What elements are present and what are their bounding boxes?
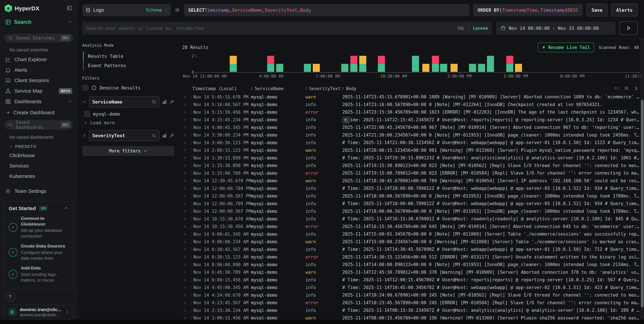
expand-row-icon[interactable] xyxy=(182,148,190,152)
log-row[interactable]: Nov 14 4:23:45.567 AMmysql-demoerror2025… xyxy=(182,299,640,307)
help-button[interactable]: ? xyxy=(4,292,16,302)
log-row[interactable]: Nov 14 3:30:00.234 PMmysql-demoinfo2025-… xyxy=(182,131,640,139)
search-icon[interactable] xyxy=(152,133,156,138)
log-row[interactable]: Nov 14 4:45:00.345 AMmysql-demoinfo# Tim… xyxy=(182,284,640,292)
log-row[interactable]: Nov 14 9:00:00.234 AMmysql-demowarn2025-… xyxy=(182,238,640,246)
order-by-input[interactable]: ORDER BY (TimestampTime, Timestamp) DESC xyxy=(473,4,583,16)
expand-row-icon[interactable] xyxy=(182,255,190,259)
language-toggle[interactable]: SQL | Lucene xyxy=(457,26,488,31)
user-menu[interactable]: D dominic.tran@clic... dominic.tran@clic… xyxy=(4,305,73,320)
filter-group-servicename[interactable]: ServiceName xyxy=(89,96,160,107)
preset-services[interactable]: Services xyxy=(0,161,77,171)
log-row[interactable]: Nov 14 2:15:30.234 AMmysql-demoinfo# Tim… xyxy=(182,307,640,314)
log-row[interactable]: Nov 14 5:45:15.678 PMmysql-demowarn2025-… xyxy=(182,93,640,101)
tab-event-patterns[interactable]: Event Patterns xyxy=(83,61,174,70)
get-started-step[interactable]: ✓ Connect to ClickHouse Set up your data… xyxy=(9,216,69,239)
expand-row-icon[interactable] xyxy=(182,286,190,290)
log-row[interactable]: Nov 14 8:30:15.123 AMmysql-demoerror2025… xyxy=(182,253,640,261)
column-header-severitytext[interactable]: ⠿ SeverityText xyxy=(305,86,342,91)
expand-row-icon[interactable] xyxy=(182,186,190,190)
chevron-right-icon[interactable] xyxy=(82,133,86,138)
row-settings-icon[interactable] xyxy=(624,86,629,92)
copy-icon[interactable] xyxy=(342,117,350,124)
expand-row-icon[interactable] xyxy=(182,309,190,313)
expand-row-icon[interactable] xyxy=(182,209,190,213)
alerts-button[interactable]: Alerts xyxy=(611,4,638,16)
expand-row-icon[interactable] xyxy=(182,156,190,160)
resume-live-tail-button[interactable]: Resume Live Tail xyxy=(538,42,594,52)
log-row[interactable]: Nov 14 2:00:15.456 AMmysql-demowarn2025-… xyxy=(182,314,640,320)
log-row[interactable]: Nov 14 12:00:00.789 PMmysql-demoinfo# Ti… xyxy=(182,185,640,192)
sidebar-item-alerts[interactable]: Alerts xyxy=(0,65,77,75)
chevron-up-icon[interactable] xyxy=(64,206,69,211)
filter-group-severitytext[interactable]: SeverityText xyxy=(89,130,160,141)
expand-row-icon[interactable] xyxy=(182,126,190,130)
log-row[interactable]: Nov 14 10:15:30.678 AMmysql-demoinfo# Ti… xyxy=(182,215,640,223)
log-row[interactable]: Nov 14 12:00:00.567 PMmysql-demoinfo2025… xyxy=(182,192,640,200)
log-row[interactable]: Nov 14 8:00:00.890 AMmysql-demoinfo2025-… xyxy=(182,261,640,269)
column-header-servicename[interactable]: ⠿ ServiceName xyxy=(250,86,305,91)
sidebar-item-client-sessions[interactable]: Client Sessions xyxy=(0,75,77,86)
expand-row-icon[interactable] xyxy=(182,217,190,221)
chevron-up-icon[interactable] xyxy=(68,20,72,24)
filter-value-checkbox[interactable] xyxy=(84,111,90,117)
pin-icon[interactable] xyxy=(169,133,174,138)
expand-row-icon[interactable] xyxy=(182,103,190,107)
source-select[interactable]: Logs Schema xyxy=(82,4,171,16)
sidebar-item-team-settings[interactable]: Team Settings xyxy=(0,186,77,196)
presets-toggle[interactable]: PRESETS xyxy=(0,142,77,150)
sidebar-item-dashboards[interactable]: Dashboards xyxy=(0,96,77,107)
expand-row-icon[interactable] xyxy=(182,316,190,320)
log-row[interactable]: Nov 14 5:16:00.567 PMmysql-demoinfo2025-… xyxy=(182,101,640,109)
log-row[interactable]: Nov 14 12:30:45.678 PMmysql-demowarn2025… xyxy=(182,177,640,185)
expand-row-icon[interactable] xyxy=(182,171,190,175)
column-header-timestamp[interactable]: Timestamp (Local) xyxy=(190,86,250,91)
get-started-step[interactable]: ✓ Add Data Start sending logs, metrics, … xyxy=(9,265,69,283)
collapse-sidebar-icon[interactable] xyxy=(66,5,73,12)
expand-row-icon[interactable] xyxy=(182,240,190,244)
saved-searches-input[interactable]: Saved Searches ⌘K xyxy=(4,34,73,42)
log-row[interactable]: Nov 14 12:00:00.789 PMmysql-demoinfo# Ti… xyxy=(182,200,640,208)
chevron-down-icon[interactable] xyxy=(82,100,86,104)
run-query-button[interactable] xyxy=(620,21,638,35)
expand-row-icon[interactable] xyxy=(182,293,190,297)
scrollbar-thumb[interactable] xyxy=(641,100,644,308)
expand-row-icon[interactable] xyxy=(182,263,190,267)
search-icon[interactable] xyxy=(152,100,156,104)
log-row[interactable]: Nov 14 1:15:30.890 PMmysql-demoinfo2025-… xyxy=(182,162,640,169)
preset-kubernetes[interactable]: Kubernetes xyxy=(0,171,77,181)
load-more-button[interactable]: Load more xyxy=(84,120,174,125)
facet-chart-icon[interactable] xyxy=(162,133,167,138)
preset-clickhouse[interactable]: ClickHouse xyxy=(0,150,77,161)
log-row[interactable]: Nov 14 1:15:00.789 PMmysql-demoerror2025… xyxy=(182,169,640,177)
sidebar-item-service-map[interactable]: Service Map BETA xyxy=(0,86,77,96)
log-row[interactable]: Nov 14 3:00:30.123 PMmysql-demoinfo# Tim… xyxy=(182,139,640,147)
more-filters-button[interactable]: More filters xyxy=(82,146,174,156)
chevron-up-icon[interactable] xyxy=(68,99,72,104)
drag-handle-icon[interactable]: ⠿ xyxy=(305,87,308,91)
pin-icon[interactable] xyxy=(169,99,174,104)
get-started-step[interactable]: ✓ Create Data Sources Configure where yo… xyxy=(9,243,69,261)
tab-results-table[interactable]: Results Table xyxy=(83,51,174,61)
log-row[interactable]: Nov 14 4:00:45.345 PMmysql-demoinfo2025-… xyxy=(182,124,640,131)
drag-handle-icon[interactable]: ⠿ xyxy=(250,87,253,91)
log-row[interactable]: Nov 14 4:15:45.234 PMmysql-demoinfo# Tim… xyxy=(182,116,640,124)
denoise-checkbox[interactable] xyxy=(82,85,88,91)
download-icon[interactable] xyxy=(634,86,639,92)
log-row[interactable]: Nov 14 1:30:15.890 PMmysql-demoinfo# Tim… xyxy=(182,154,640,162)
expand-row-icon[interactable] xyxy=(182,95,190,99)
sidebar-item-search[interactable]: Search xyxy=(0,16,77,29)
log-row[interactable]: Nov 14 9:00:01.345 AMmysql-demoinfo2025-… xyxy=(182,230,640,238)
log-row[interactable]: Nov 14 4:24:00.678 AMmysql-demoinfo2025-… xyxy=(182,291,640,299)
expand-row-icon[interactable] xyxy=(182,179,190,183)
event-search-input[interactable]: Search your events w/ Lucene ex. column:… xyxy=(82,22,492,34)
source-settings-gear-icon[interactable] xyxy=(174,7,180,13)
expand-row-icon[interactable] xyxy=(182,202,190,206)
saved-dashboards-input[interactable]: Saved Dashboards ⌘K xyxy=(4,120,73,130)
expand-row-icon[interactable] xyxy=(182,194,190,198)
sql-toggle[interactable]: SQL xyxy=(457,26,465,31)
expand-row-icon[interactable] xyxy=(182,133,190,137)
log-row[interactable]: Nov 14 6:45:30.789 AMmysql-demowarn2025-… xyxy=(182,269,640,276)
expand-row-icon[interactable] xyxy=(182,118,190,122)
expand-row-icon[interactable] xyxy=(182,247,190,251)
